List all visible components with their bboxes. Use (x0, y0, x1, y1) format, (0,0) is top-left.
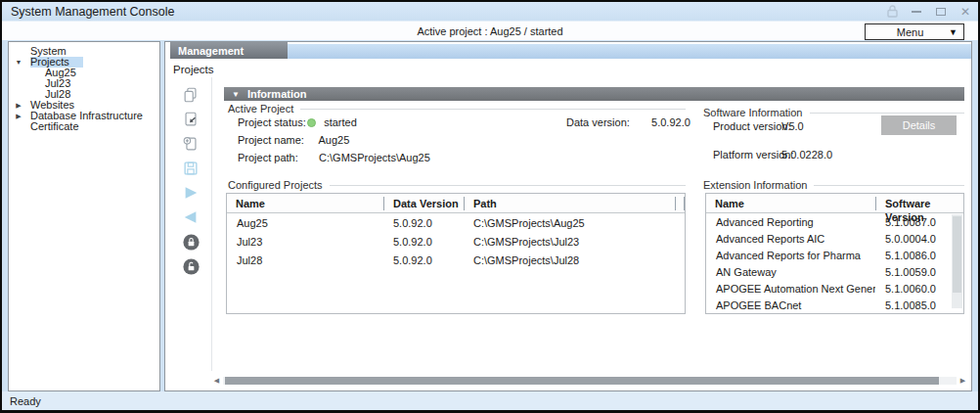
tree-item-projects[interactable]: ▼Projects (9, 57, 159, 68)
table-cell: C:\GMSProjects\Jul23 (464, 236, 670, 248)
table-row[interactable]: AN Gateway5.1.0059.0 (706, 263, 963, 280)
table-cell: APOGEE BACnet (706, 299, 875, 311)
data-version-value: 5.0.92.0 (651, 116, 690, 128)
project-name-value: Aug25 (318, 134, 349, 146)
table-cell: Jul23 (227, 236, 383, 248)
app-window: System Management Console ✕ Active proje… (0, 0, 980, 413)
main-panel: Management Projects (164, 41, 972, 391)
project-status-row: Project status: started (238, 115, 357, 129)
start-project-icon[interactable] (181, 183, 200, 203)
window-controls: ✕ (885, 2, 972, 21)
product-version-row: Product version: V5.0 (713, 119, 804, 133)
lock-project-icon[interactable] (181, 232, 200, 252)
table-cell: C:\GMSProjects\Aug25 (464, 217, 670, 229)
toolbar-separator (211, 77, 212, 371)
vertical-scrollbar-thumb[interactable] (953, 216, 961, 293)
configured-projects-group-title: Configured Projects (228, 179, 686, 191)
product-version-label: Product version: (713, 119, 779, 133)
table-row[interactable]: Jul235.0.92.0C:\GMSProjects\Jul23 (227, 232, 685, 251)
status-started-dot (307, 118, 316, 127)
table-cell: 5.1.0085.0 (875, 299, 953, 311)
stop-project-icon[interactable] (181, 207, 200, 227)
copy-project-icon[interactable] (181, 85, 200, 105)
column-header[interactable]: Data Version (383, 197, 464, 210)
page-title: Projects (173, 64, 214, 75)
column-header[interactable]: Name (706, 197, 875, 210)
window-title: System Management Console (2, 5, 174, 19)
restore-project-icon[interactable] (181, 110, 200, 129)
status-bar: Ready (2, 391, 978, 410)
horizontal-scrollbar-track[interactable] (223, 377, 957, 385)
table-cell: Advanced Reporting (706, 216, 875, 228)
close-button[interactable]: ✕ (958, 4, 972, 20)
table-cell: C:\GMSProjects\Jul28 (464, 254, 670, 266)
tree-item-certificate[interactable]: Certificate (9, 121, 159, 132)
collapsed-arrow-icon[interactable]: ▶ (14, 100, 23, 111)
extension-information-body: Advanced Reporting5.1.0087.0Advanced Rep… (706, 213, 963, 313)
tab-management[interactable]: Management (170, 42, 288, 59)
configured-projects-table: NameData VersionPath Aug255.0.92.0C:\GMS… (226, 193, 686, 314)
project-name-label: Project name: (238, 133, 316, 147)
expanded-arrow-icon[interactable]: ▼ (14, 57, 23, 68)
table-cell: 5.1.0086.0 (875, 250, 953, 261)
table-row[interactable]: APOGEE BACnet5.1.0085.0 (706, 297, 963, 313)
lock-icon (885, 4, 899, 20)
extension-information-table: NameSoftware Version Advanced Reporting5… (705, 193, 964, 314)
table-row[interactable]: Advanced Reports for Pharma5.1.0086.0 (706, 247, 963, 263)
extension-information-header: NameSoftware Version (706, 194, 963, 213)
platform-version-row: Platform version: 5.0.0228.0 (713, 148, 832, 161)
project-name-row: Project name: Aug25 (238, 133, 349, 147)
status-text: Ready (10, 395, 41, 407)
save-project-icon[interactable] (181, 159, 200, 178)
table-cell: AN Gateway (706, 266, 875, 278)
collapsed-arrow-icon[interactable]: ▶ (14, 111, 23, 121)
title-bar[interactable]: System Management Console ✕ (2, 2, 978, 21)
column-header[interactable]: Software Version (875, 197, 953, 210)
configured-projects-body: Aug255.0.92.0C:\GMSProjects\Aug25Jul235.… (227, 213, 685, 269)
table-row[interactable]: Advanced Reports AIC5.0.0004.0 (706, 230, 963, 247)
information-expander[interactable]: ▼ Information (224, 87, 964, 101)
table-cell: 5.1.0087.0 (875, 216, 953, 228)
details-button[interactable]: Details (881, 115, 957, 135)
chevron-down-icon: ▼ (949, 27, 958, 37)
extension-information-group-title: Extension Information (703, 179, 964, 191)
tree-item-label: Certificate (30, 121, 79, 132)
vertical-scrollbar[interactable] (952, 214, 962, 308)
expanded-arrow-icon: ▼ (232, 90, 240, 99)
tab-strip (288, 44, 971, 59)
table-cell: Advanced Reports AIC (706, 233, 875, 245)
platform-version-label: Platform version: (713, 148, 779, 161)
minimize-button[interactable] (910, 4, 923, 20)
table-row[interactable]: Advanced Reporting5.1.0087.0 (706, 213, 963, 230)
table-cell: Aug25 (227, 217, 383, 229)
unlock-project-icon[interactable] (181, 256, 200, 276)
data-version-label: Data version: (566, 115, 648, 129)
table-cell: 5.0.92.0 (383, 236, 464, 248)
active-project-bar: Active project : Aug25 / started Menu ▼ (2, 21, 978, 40)
new-project-icon[interactable] (181, 134, 200, 154)
menu-button[interactable]: Menu ▼ (865, 23, 964, 40)
project-tree: System▼ProjectsAug25Jul23Jul28▶Websites▶… (9, 46, 159, 132)
column-header[interactable]: Name (227, 197, 383, 210)
project-status-label: Project status: (238, 115, 304, 129)
tree-item-aug25[interactable]: Aug25 (9, 68, 159, 78)
table-cell: 5.0.92.0 (383, 254, 464, 266)
project-path-value: C:\GMSProjects\Aug25 (319, 152, 430, 163)
horizontal-scrollbar-thumb[interactable] (225, 377, 939, 385)
scroll-left-arrow-icon[interactable]: ◀ (212, 376, 221, 385)
table-cell: 5.0.92.0 (383, 217, 464, 229)
column-header[interactable]: Path (464, 197, 670, 210)
project-path-row: Project path: C:\GMSProjects\Aug25 (238, 151, 430, 164)
horizontal-scrollbar: ◀ ▶ (212, 376, 967, 385)
table-cell: 5.1.0060.0 (875, 283, 953, 295)
table-row[interactable]: Jul285.0.92.0C:\GMSProjects\Jul28 (227, 251, 685, 269)
table-row[interactable]: APOGEE Automation Next Generation5.1.006… (706, 280, 963, 297)
maximize-button[interactable] (934, 4, 948, 20)
tree-item-jul23[interactable]: Jul23 (9, 78, 159, 89)
product-version-value: V5.0 (781, 120, 804, 132)
active-project-text: Active project : Aug25 / started (417, 25, 562, 37)
table-row[interactable]: Aug255.0.92.0C:\GMSProjects\Aug25 (227, 213, 685, 232)
data-version-row: Data version: 5.0.92.0 (566, 115, 690, 129)
scroll-right-arrow-icon[interactable]: ▶ (958, 376, 967, 385)
project-status-value: started (324, 116, 357, 128)
